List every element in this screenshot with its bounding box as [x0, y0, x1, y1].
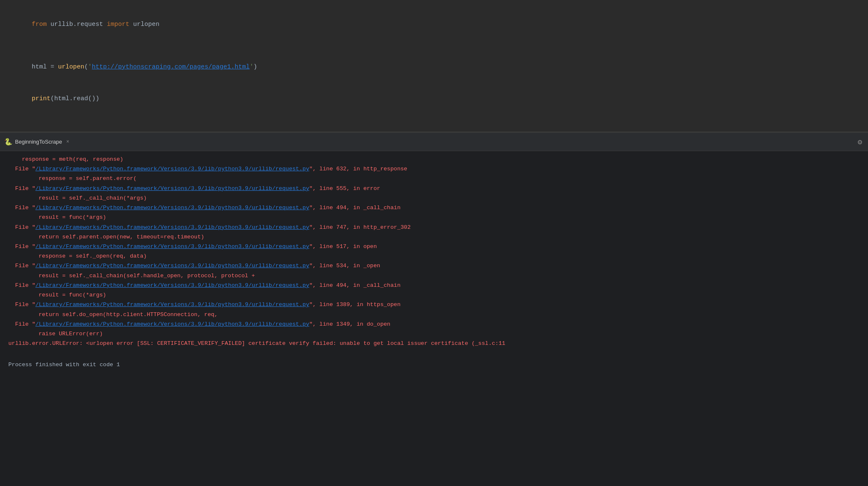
output-content: response = meth(req, response) File "/Li… [0, 151, 868, 373]
output-line: File "/Library/Frameworks/Python.framewo… [0, 203, 868, 213]
output-line: File "/Library/Frameworks/Python.framewo… [0, 261, 868, 271]
file-link[interactable]: /Library/Frameworks/Python.framework/Ver… [35, 282, 309, 289]
code-line-3: html = urlopen('http://pythonscraping.co… [17, 51, 851, 83]
code-editor: from urllib.request import urlopen html … [0, 0, 868, 133]
output-line: return self.parent.open(new, timeout=req… [0, 232, 868, 242]
file-link[interactable]: /Library/Frameworks/Python.framework/Ver… [35, 166, 309, 172]
output-line: File "/Library/Frameworks/Python.framewo… [0, 164, 868, 174]
keyword-from: from [32, 21, 47, 28]
code-line-2 [17, 40, 851, 51]
terminal-panel: 🐍 BeginningToScrape × ⚙ response = meth(… [0, 133, 868, 486]
tab-item[interactable]: 🐍 BeginningToScrape × [4, 138, 71, 146]
gear-icon[interactable]: ⚙ [856, 137, 864, 148]
url-link[interactable]: http://pythonscraping.com/pages/page1.ht… [92, 63, 250, 71]
output-line: File "/Library/Frameworks/Python.framewo… [0, 242, 868, 251]
output-line: result = self._call_chain(*args) [0, 193, 868, 203]
tab-bar: 🐍 BeginningToScrape × ⚙ [0, 133, 868, 151]
ssl-error-line: urllib.error.URLError: <urlopen error [S… [0, 339, 868, 348]
output-line: File "/Library/Frameworks/Python.framewo… [0, 319, 868, 329]
tab-label: BeginningToScrape [15, 139, 62, 145]
tab-close-button[interactable]: × [65, 138, 71, 146]
output-line: raise URLError(err) [0, 329, 868, 339]
output-line: result = func(*args) [0, 213, 868, 222]
file-link[interactable]: /Library/Frameworks/Python.framework/Ver… [35, 301, 309, 308]
code-line-1: from urllib.request import urlopen [17, 8, 851, 40]
output-line: File "/Library/Frameworks/Python.framewo… [0, 300, 868, 309]
output-line: File "/Library/Frameworks/Python.framewo… [0, 223, 868, 232]
python-icon: 🐍 [4, 138, 13, 146]
file-link[interactable]: /Library/Frameworks/Python.framework/Ver… [35, 205, 309, 211]
file-link[interactable]: /Library/Frameworks/Python.framework/Ver… [35, 185, 309, 192]
file-link[interactable]: /Library/Frameworks/Python.framework/Ver… [35, 224, 309, 230]
file-link[interactable]: /Library/Frameworks/Python.framework/Ver… [35, 321, 309, 327]
output-line: result = func(*args) [0, 290, 868, 300]
process-finished-line: Process finished with exit code 1 [0, 358, 868, 370]
output-line: result = self._call_chain(self.handle_op… [0, 271, 868, 281]
output-line: File "/Library/Frameworks/Python.framewo… [0, 184, 868, 193]
settings-area: ⚙ [856, 137, 864, 147]
output-line: response = self._open(req, data) [0, 251, 868, 261]
output-line: response = self.parent.error( [0, 174, 868, 183]
file-link[interactable]: /Library/Frameworks/Python.framework/Ver… [35, 263, 309, 269]
output-line: response = meth(req, response) [0, 154, 868, 164]
code-line-4: print(html.read()) [17, 83, 851, 115]
file-link[interactable]: /Library/Frameworks/Python.framework/Ver… [35, 243, 309, 250]
output-line: File "/Library/Frameworks/Python.framewo… [0, 281, 868, 290]
keyword-import: import [107, 21, 129, 28]
output-line-empty [0, 348, 868, 358]
output-line: return self.do_open(http.client.HTTPSCon… [0, 310, 868, 319]
